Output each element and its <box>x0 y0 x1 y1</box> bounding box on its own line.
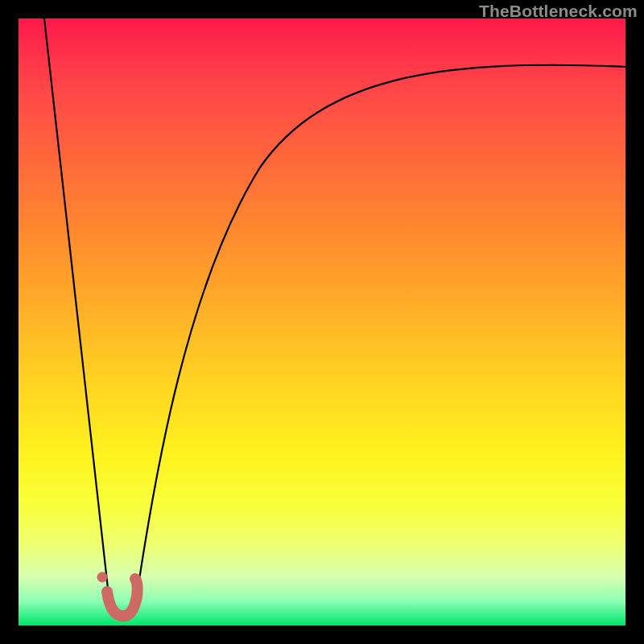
left-branch-line <box>44 19 109 603</box>
highlight-dot <box>97 572 108 583</box>
right-branch-line <box>135 65 625 606</box>
highlight-hook <box>107 579 138 616</box>
curve-layer <box>19 19 625 625</box>
gradient-plot-area <box>19 19 625 625</box>
chart-frame: TheBottleneck.com <box>0 0 644 644</box>
